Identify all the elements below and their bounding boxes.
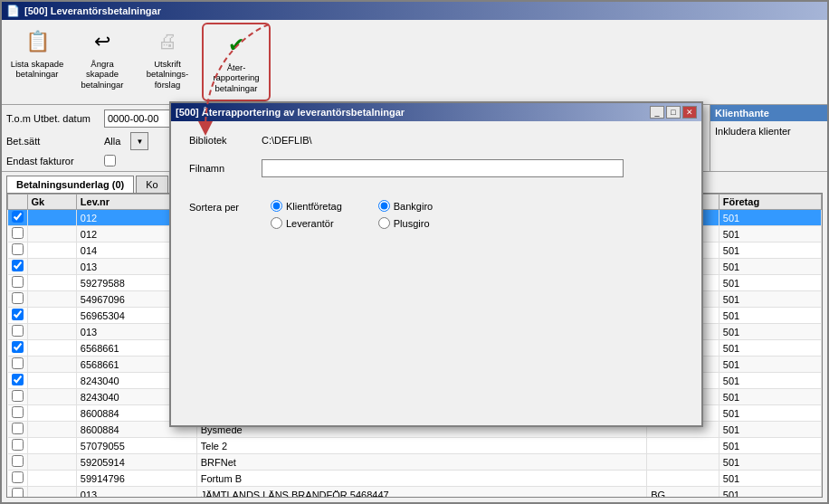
sort-columns: Klientföretag Leverantör Bankgiro bbox=[271, 200, 433, 229]
row-gk bbox=[27, 357, 76, 373]
row-checkbox-cell bbox=[8, 275, 28, 291]
row-namn: JÄMTLANDS LÄNS BRANDFÖR 5468447 bbox=[196, 487, 646, 498]
bet-dropdown[interactable]: ▼ bbox=[130, 132, 148, 150]
klient-panel: Klienthante Inkludera klienter bbox=[710, 105, 827, 171]
tab2-label: Ko bbox=[146, 179, 157, 190]
row-aluta bbox=[647, 438, 719, 454]
row-foretag: 501 bbox=[719, 357, 821, 373]
tab-ko[interactable]: Ko bbox=[136, 176, 167, 193]
modal-close[interactable]: ✕ bbox=[682, 106, 697, 119]
modal-maximize[interactable]: □ bbox=[666, 106, 681, 119]
bankgiro-radio[interactable] bbox=[378, 200, 390, 212]
row-gk bbox=[27, 210, 76, 226]
window-title: [500] Leverantörsbetalningar bbox=[24, 5, 161, 16]
modal-minimize[interactable]: _ bbox=[650, 106, 664, 119]
row-foretag: 501 bbox=[719, 373, 821, 389]
row-checkbox[interactable] bbox=[12, 374, 24, 385]
table-row[interactable]: 59205914 BRFNet 501 bbox=[8, 454, 822, 471]
row-checkbox[interactable] bbox=[12, 276, 24, 288]
angra-skapade-button[interactable]: ↩ Ångra skapade betalningar bbox=[71, 23, 133, 94]
tab1-label: Betalningsunderlag (0) bbox=[16, 179, 124, 190]
lista-label: Lista skapade betalningar bbox=[10, 59, 64, 80]
row-checkbox[interactable] bbox=[12, 243, 24, 255]
row-gk bbox=[27, 324, 76, 340]
col-foretag: Företag bbox=[719, 195, 821, 210]
row-foretag: 501 bbox=[719, 487, 821, 498]
row-foretag: 501 bbox=[719, 422, 821, 438]
plusgiro-label: Plusgiro bbox=[394, 218, 430, 229]
modal-title: [500] Återrapportering av leverantörsbet… bbox=[176, 107, 405, 118]
row-checkbox-cell bbox=[8, 357, 28, 373]
row-checkbox[interactable] bbox=[12, 390, 24, 402]
main-window: 📄 [500] Leverantörsbetalningar 📋 Lista s… bbox=[0, 0, 829, 504]
row-aluta bbox=[647, 471, 719, 487]
row-checkbox-cell bbox=[8, 308, 28, 324]
klient-content: Inkludera klienter bbox=[710, 121, 827, 141]
table-row[interactable]: 013 JÄMTLANDS LÄNS BRANDFÖR 5468447 BG 5… bbox=[8, 487, 822, 498]
plusgiro-radio[interactable] bbox=[378, 217, 390, 229]
table-row[interactable]: 57079055 Tele 2 501 bbox=[8, 438, 822, 454]
row-checkbox[interactable] bbox=[12, 309, 24, 320]
row-aluta: BG bbox=[647, 487, 719, 498]
row-foretag: 501 bbox=[719, 259, 821, 275]
row-foretag: 501 bbox=[719, 389, 821, 405]
bankgiro-label: Bankgiro bbox=[394, 201, 433, 212]
row-checkbox-cell bbox=[8, 226, 28, 242]
aterrapportering-label: Åter-rapportering betalningar bbox=[209, 62, 263, 93]
row-checkbox[interactable] bbox=[12, 211, 24, 223]
row-foretag: 501 bbox=[719, 471, 821, 487]
row-checkbox[interactable] bbox=[12, 292, 24, 304]
row-lev: 59205914 bbox=[76, 454, 196, 471]
utskrift-button[interactable]: 🖨 Utskrift betalnings-förslag bbox=[137, 23, 198, 94]
row-checkbox[interactable] bbox=[12, 325, 24, 337]
row-aluta bbox=[647, 454, 719, 471]
faktura-checkbox[interactable] bbox=[104, 155, 116, 166]
row-lev: 57079055 bbox=[76, 438, 196, 454]
klientforetag-radio[interactable] bbox=[271, 200, 282, 212]
row-checkbox[interactable] bbox=[12, 488, 24, 498]
bankgiro-radio-row: Bankgiro bbox=[378, 200, 433, 212]
leverantor-radio[interactable] bbox=[271, 217, 282, 229]
row-foretag: 501 bbox=[719, 275, 821, 291]
row-lev: 59914796 bbox=[76, 471, 196, 487]
filnamn-input[interactable] bbox=[262, 159, 624, 177]
row-checkbox[interactable] bbox=[12, 455, 24, 467]
row-checkbox-cell bbox=[8, 259, 28, 275]
bibliotek-label: Bibliotek bbox=[189, 135, 253, 146]
tab-betalningsunderlag[interactable]: Betalningsunderlag (0) bbox=[6, 176, 134, 193]
utskrift-icon: 🖨 bbox=[153, 27, 182, 56]
row-namn: Tele 2 bbox=[196, 438, 646, 454]
row-foretag: 501 bbox=[719, 405, 821, 422]
row-foretag: 501 bbox=[719, 226, 821, 242]
row-checkbox-cell bbox=[8, 438, 28, 454]
highlighted-wrapper: ✔ Åter-rapportering betalningar bbox=[202, 23, 271, 101]
row-checkbox[interactable] bbox=[12, 357, 24, 369]
row-gk bbox=[27, 422, 76, 438]
tom-label: T.o.m Utbet. datum bbox=[6, 113, 97, 124]
row-checkbox[interactable] bbox=[12, 341, 24, 353]
bibliotek-value: C:\DEFLIB\ bbox=[262, 135, 312, 146]
row-checkbox[interactable] bbox=[12, 423, 24, 434]
row-foretag: 501 bbox=[719, 291, 821, 308]
row-checkbox[interactable] bbox=[12, 471, 24, 483]
row-foretag: 501 bbox=[719, 340, 821, 357]
row-checkbox[interactable] bbox=[12, 260, 24, 271]
row-checkbox-cell bbox=[8, 422, 28, 438]
inkludera-label: Inkludera klienter bbox=[715, 126, 791, 137]
aterrapportering-button[interactable]: ✔ Åter-rapportering betalningar bbox=[205, 26, 267, 98]
klient-header: Klienthante bbox=[710, 105, 827, 121]
row-checkbox[interactable] bbox=[12, 227, 24, 239]
lista-skapade-button[interactable]: 📋 Lista skapade betalningar bbox=[6, 23, 68, 84]
row-checkbox-cell bbox=[8, 373, 28, 389]
table-row[interactable]: 59914796 Fortum B 501 bbox=[8, 471, 822, 487]
row-foretag: 501 bbox=[719, 324, 821, 340]
row-checkbox[interactable] bbox=[12, 439, 24, 451]
col-gk: Gk bbox=[27, 195, 76, 210]
row-checkbox-cell bbox=[8, 340, 28, 357]
modal-controls: _ □ ✕ bbox=[650, 106, 697, 119]
row-checkbox-cell bbox=[8, 210, 28, 226]
row-checkbox[interactable] bbox=[12, 406, 24, 418]
filnamn-row: Filnamn bbox=[189, 159, 683, 177]
row-foretag: 501 bbox=[719, 454, 821, 471]
row-checkbox-cell bbox=[8, 487, 28, 498]
